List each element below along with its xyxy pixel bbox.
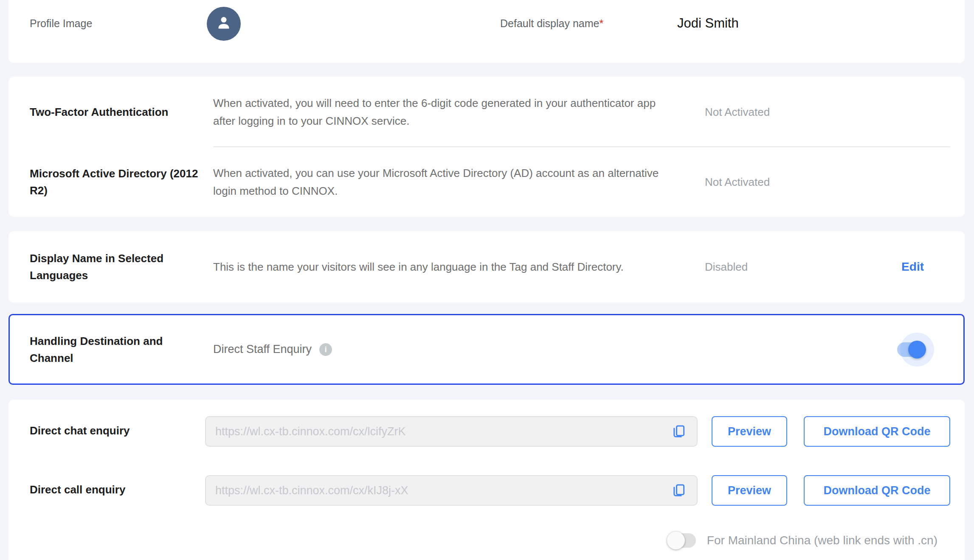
settings-page: Profile Image Default display name* Jodi… <box>0 0 974 560</box>
direct-call-url: https://wl.cx-tb.cinnox.com/cx/kIJ8j-xX <box>215 484 408 497</box>
direct-chat-enquiry-label: Direct chat enquiry <box>30 424 130 437</box>
security-card: Two-Factor Authentication When activated… <box>8 77 965 217</box>
copy-icon[interactable] <box>670 482 687 499</box>
mainland-china-row: For Mainland China (web link ends with .… <box>669 528 937 553</box>
display-name-card: Display Name in Selected Languages This … <box>8 231 965 302</box>
toggle-thumb <box>908 341 926 358</box>
copy-icon[interactable] <box>670 423 687 440</box>
mainland-china-toggle[interactable] <box>669 533 696 548</box>
edit-button[interactable]: Edit <box>901 260 924 274</box>
chat-preview-button[interactable]: Preview <box>712 416 787 447</box>
two-factor-description: When activated, you will need to enter t… <box>213 94 672 130</box>
direct-staff-enquiry-toggle[interactable] <box>897 342 924 357</box>
direct-enquiry-card: Direct chat enquiry https://wl.cx-tb.cin… <box>8 400 965 560</box>
info-icon[interactable]: i <box>319 343 332 356</box>
chat-download-qr-button[interactable]: Download QR Code <box>804 416 950 447</box>
direct-chat-url: https://wl.cx-tb.cinnox.com/cx/lcifyZrK <box>215 425 406 438</box>
direct-chat-url-field[interactable]: https://wl.cx-tb.cinnox.com/cx/lcifyZrK <box>205 416 698 447</box>
active-directory-title: Microsoft Active Directory (2012 R2) <box>30 165 200 199</box>
active-directory-row: Microsoft Active Directory (2012 R2) Whe… <box>8 147 965 217</box>
profile-card: Profile Image Default display name* Jodi… <box>8 0 965 63</box>
default-display-name-label: Default display name* <box>500 17 603 30</box>
display-name-status: Disabled <box>705 260 748 274</box>
display-name-description: This is the name your visitors will see … <box>213 258 672 276</box>
profile-image-label: Profile Image <box>30 17 92 30</box>
display-name-title: Display Name in Selected Languages <box>30 250 200 284</box>
handling-destination-card: Handling Destination and Channel Direct … <box>8 314 965 385</box>
mainland-china-label: For Mainland China (web link ends with .… <box>707 534 937 547</box>
two-factor-status: Not Activated <box>705 105 770 118</box>
direct-call-enquiry-label: Direct call enquiry <box>30 483 125 496</box>
two-factor-row: Two-Factor Authentication When activated… <box>8 77 965 147</box>
profile-avatar[interactable] <box>207 7 241 41</box>
active-directory-description: When activated, you can use your Microso… <box>213 164 672 200</box>
default-display-name-value: Jodi Smith <box>677 16 739 31</box>
handling-destination-title: Handling Destination and Channel <box>30 333 200 367</box>
person-icon <box>214 13 234 34</box>
direct-call-url-field[interactable]: https://wl.cx-tb.cinnox.com/cx/kIJ8j-xX <box>205 475 698 506</box>
active-directory-status: Not Activated <box>705 175 770 188</box>
direct-staff-enquiry-label: Direct Staff Enquiry i <box>213 343 332 356</box>
call-preview-button[interactable]: Preview <box>712 475 787 506</box>
call-download-qr-button[interactable]: Download QR Code <box>804 475 950 506</box>
two-factor-title: Two-Factor Authentication <box>30 104 200 120</box>
toggle-thumb <box>667 532 685 549</box>
required-asterisk: * <box>599 17 603 29</box>
